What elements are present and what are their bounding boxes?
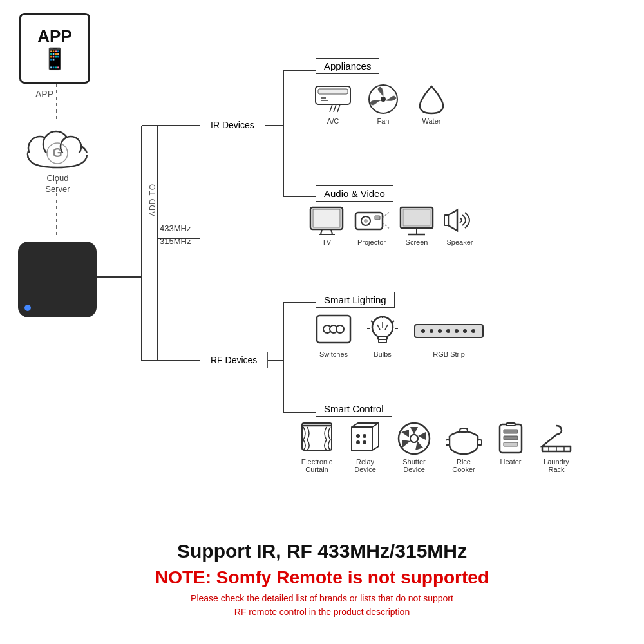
svg-rect-88 xyxy=(504,430,518,433)
svg-point-69 xyxy=(463,329,467,333)
fan-icon xyxy=(365,84,402,115)
speaker-icon xyxy=(443,205,477,236)
bulbs-item: Bulbs xyxy=(366,314,399,358)
relay-item: RelayDevice xyxy=(345,422,385,473)
projector-label: Projector xyxy=(357,238,386,246)
rf-devices-label: RF Devices xyxy=(211,355,257,365)
freq-label: 433MHz315MHz xyxy=(160,222,191,247)
svg-line-27 xyxy=(330,104,332,112)
svg-point-31 xyxy=(381,97,386,102)
svg-rect-84 xyxy=(460,428,468,432)
fan-item: Fan xyxy=(365,84,402,125)
laundry-label: LaundryRack xyxy=(544,458,569,473)
svg-rect-89 xyxy=(504,436,518,440)
heater-item: Heater xyxy=(492,422,529,466)
svg-point-73 xyxy=(356,434,360,438)
svg-rect-40 xyxy=(375,216,380,220)
svg-point-50 xyxy=(336,325,344,333)
ricecooker-item: RiceCooker xyxy=(443,422,484,473)
curtain-icon xyxy=(299,422,334,455)
audio-video-box: Audio & Video xyxy=(316,185,393,202)
screen-label: Screen xyxy=(406,238,428,246)
svg-point-67 xyxy=(446,329,450,333)
svg-point-75 xyxy=(356,440,360,444)
svg-line-59 xyxy=(371,321,373,323)
smart-lighting-box: Smart Lighting xyxy=(316,292,395,308)
switches-item: Switches xyxy=(316,314,352,358)
ricecooker-label: RiceCooker xyxy=(452,458,475,473)
svg-rect-42 xyxy=(403,209,430,226)
water-icon xyxy=(415,84,448,115)
shutter-icon xyxy=(396,422,432,455)
app-text: APP xyxy=(37,26,71,46)
smart-control-label: Smart Control xyxy=(324,403,384,414)
smart-lighting-icons: Switches Bulbs xyxy=(316,314,484,358)
water-label: Water xyxy=(422,117,441,125)
svg-rect-90 xyxy=(504,442,518,446)
svg-rect-24 xyxy=(318,89,348,94)
shutter-item: ShutterDevice xyxy=(393,422,435,473)
svg-rect-33 xyxy=(313,209,340,227)
bottom-section: Support IR, RF 433MHz/315MHz NOTE: Somfy… xyxy=(0,515,644,644)
svg-point-70 xyxy=(471,329,475,333)
smart-hub xyxy=(18,242,97,317)
svg-point-66 xyxy=(438,329,442,333)
curtain-label: ElectronicCurtain xyxy=(301,458,332,473)
bulbs-label: Bulbs xyxy=(374,350,392,358)
support-text: Support IR, RF 433MHz/315MHz xyxy=(177,540,467,562)
ac-icon xyxy=(314,84,352,115)
svg-text:G: G xyxy=(52,146,62,160)
svg-point-76 xyxy=(363,440,366,444)
ac-item: A/C xyxy=(314,84,352,125)
add-to-label: ADD TO xyxy=(148,184,157,216)
bulb-icon xyxy=(366,314,399,348)
audio-video-label: Audio & Video xyxy=(324,188,385,199)
switches-label: Switches xyxy=(319,350,348,358)
tv-label: TV xyxy=(322,238,331,246)
svg-point-79 xyxy=(410,435,418,442)
cloud-icon: G xyxy=(21,121,95,169)
fan-label: Fan xyxy=(377,117,390,125)
main-container: APP 📱 APP G CloudServer IR Devices xyxy=(0,0,644,644)
svg-line-28 xyxy=(334,104,336,112)
projector-item: Projector xyxy=(353,205,390,246)
svg-rect-46 xyxy=(444,215,448,225)
svg-rect-71 xyxy=(302,423,332,450)
app-box: APP 📱 xyxy=(19,13,90,84)
relay-icon xyxy=(348,422,383,455)
switch-icon xyxy=(316,314,352,348)
projector-icon xyxy=(353,205,390,236)
smart-control-box: Smart Control xyxy=(316,401,392,417)
wifi-indicator xyxy=(24,305,31,311)
svg-rect-86 xyxy=(478,440,482,445)
ir-devices-box: IR Devices xyxy=(200,117,265,133)
note-text: NOTE: Somfy Remote is not supported xyxy=(155,567,489,588)
heater-icon xyxy=(495,422,527,455)
screen-item: Screen xyxy=(399,205,434,246)
tablet-icon: 📱 xyxy=(42,46,68,71)
svg-marker-45 xyxy=(448,210,457,231)
laundry-item: LaundryRack xyxy=(537,422,576,473)
shutter-label: ShutterDevice xyxy=(402,458,425,473)
rgb-label: RGB Strip xyxy=(433,350,465,358)
heater-label: Heater xyxy=(500,458,521,466)
ir-devices-label: IR Devices xyxy=(211,120,254,130)
tv-item: TV xyxy=(309,205,344,246)
svg-point-68 xyxy=(455,329,459,333)
curtain-item: ElectronicCurtain xyxy=(296,422,337,473)
svg-line-60 xyxy=(392,321,394,323)
svg-rect-81 xyxy=(450,436,478,445)
cloud-label: CloudServer xyxy=(21,173,95,195)
speaker-label: Speaker xyxy=(447,238,473,246)
appliances-icons: A/C Fan Water xyxy=(314,84,448,125)
svg-rect-85 xyxy=(446,440,450,445)
laundry-icon xyxy=(540,422,573,455)
svg-point-74 xyxy=(363,434,366,438)
appliances-label: Appliances xyxy=(324,61,371,71)
add-to-section: ADD TO 433MHz315MHz xyxy=(160,222,191,247)
cloud-server: G CloudServer xyxy=(21,121,95,195)
rgb-icon xyxy=(413,314,484,348)
ricecooker-icon xyxy=(446,422,482,455)
screen-icon xyxy=(399,205,434,236)
sub-text: Please check the detailed list of brands… xyxy=(191,592,453,619)
